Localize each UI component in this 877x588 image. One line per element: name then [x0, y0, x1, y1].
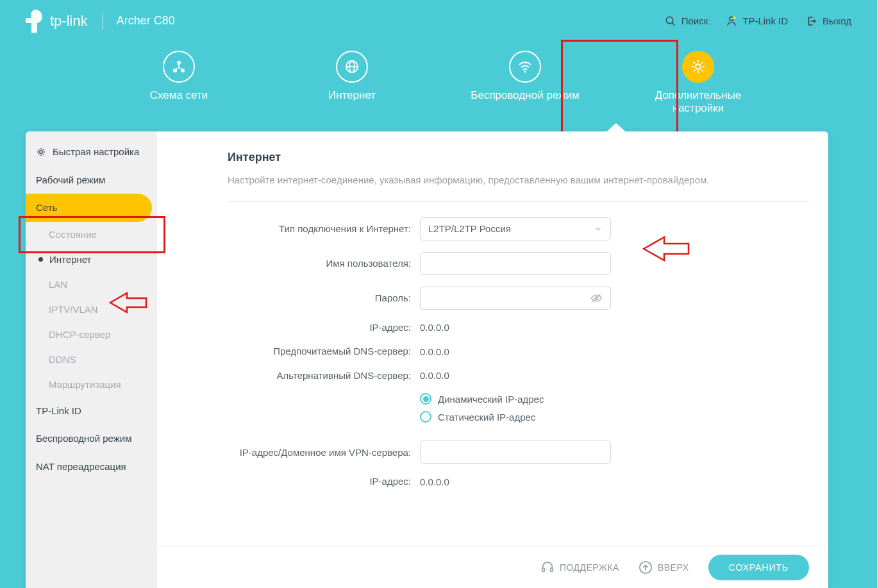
save-label: СОХРАНИТЬ: [729, 562, 789, 573]
svg-point-4: [177, 61, 181, 65]
svg-line-26: [43, 153, 44, 154]
svg-line-16: [694, 62, 695, 63]
logout-label: Выход: [823, 15, 851, 26]
label-ip2: IP-адрес:: [228, 475, 420, 488]
page-desc: Настройте интернет-соединение, указывая …: [228, 173, 753, 187]
gear-icon: [682, 51, 714, 83]
sidebar-status[interactable]: Состояние: [26, 222, 157, 247]
save-button[interactable]: СОХРАНИТЬ: [708, 555, 810, 580]
topbar-right: Поиск TP-Link ID Выход: [665, 15, 851, 27]
radio-unchecked-icon: [420, 411, 431, 423]
sidebar-network[interactable]: Сеть: [26, 194, 152, 222]
label-pref-dns: Предпочитаемый DNS-сервер:: [228, 345, 420, 358]
nav-tabs: Схема сети Интернет Беспроводной режим Д…: [0, 42, 877, 116]
page-title: Интернет: [228, 151, 809, 164]
sidebar-ddns-label: DDNS: [49, 354, 76, 365]
sidebar-iptv[interactable]: IPTV/VLAN: [26, 297, 157, 322]
radio-dynamic-ip[interactable]: Динамический IP-адрес: [420, 393, 544, 405]
tab-network-map-label: Схема сети: [150, 89, 208, 102]
svg-line-17: [701, 70, 703, 71]
content: Интернет Настройте интернет-соединение, …: [157, 131, 828, 588]
sidebar-network-label: Сеть: [36, 201, 57, 214]
search-link[interactable]: Поиск: [665, 15, 708, 27]
label-password: Пароль:: [228, 292, 420, 305]
radio-static-ip[interactable]: Статический IP-адрес: [420, 411, 544, 423]
tplink-logo-icon: [26, 10, 45, 33]
sidebar-tplink-id[interactable]: TP-Link ID: [26, 397, 157, 425]
tab-advanced-label: Дополнительные настройки: [640, 89, 756, 115]
svg-rect-31: [542, 567, 545, 571]
label-vpn-server: IP-адрес/Доменное имя VPN-сервера:: [228, 446, 420, 459]
main-card: Быстрая настройка Рабочий режим Сеть Сос…: [26, 131, 828, 588]
label-conn-type: Тип подключения к Интернет:: [228, 223, 420, 235]
sidebar-operation-mode[interactable]: Рабочий режим: [26, 166, 157, 194]
tab-wireless-label: Беспроводной режим: [471, 89, 579, 102]
sidebar-routing-label: Маршрутизация: [49, 379, 121, 390]
tab-advanced[interactable]: Дополнительные настройки: [640, 51, 756, 115]
sidebar-lan[interactable]: LAN: [26, 272, 157, 297]
sidebar-operation-mode-label: Рабочий режим: [36, 174, 105, 187]
username-field[interactable]: [428, 258, 603, 269]
label-username: Имя пользователя:: [228, 257, 420, 270]
search-label: Поиск: [681, 15, 708, 26]
brand-logo: tp-link: [26, 10, 88, 33]
connection-type-select[interactable]: L2TP/L2TP Россия: [420, 217, 611, 240]
sidebar-internet-label: Интернет: [49, 254, 91, 265]
radio-dynamic-label: Динамический IP-адрес: [438, 394, 544, 405]
chevron-down-icon: [594, 224, 603, 233]
svg-line-27: [38, 153, 39, 154]
password-field[interactable]: [428, 292, 590, 303]
tab-internet-label: Интернет: [328, 89, 376, 102]
sidebar-tplink-id-label: TP-Link ID: [36, 405, 81, 417]
sidebar-routing[interactable]: Маршрутизация: [26, 372, 157, 397]
value-pref-dns: 0.0.0.0: [420, 346, 449, 357]
scroll-top-link[interactable]: ВВЕРХ: [639, 560, 689, 575]
brand-text: tp-link: [50, 13, 88, 29]
username-input[interactable]: [420, 252, 611, 275]
sidebar-wireless[interactable]: Беспроводной режим: [26, 424, 157, 453]
vpn-server-input[interactable]: [420, 441, 611, 464]
value-ip2: 0.0.0.0: [420, 476, 449, 487]
person-icon: [726, 15, 737, 27]
svg-point-0: [666, 17, 673, 24]
headset-icon: [540, 560, 555, 575]
svg-line-19: [701, 62, 703, 63]
connection-type-value: L2TP/L2TP Россия: [428, 223, 511, 234]
logout-link[interactable]: Выход: [806, 15, 851, 27]
sidebar-nat[interactable]: NAT переадресация: [26, 453, 157, 481]
svg-line-25: [38, 149, 39, 150]
sidebar-internet[interactable]: Интернет: [26, 247, 157, 272]
tab-internet[interactable]: Интернет: [294, 51, 410, 115]
support-link[interactable]: ПОДДЕРЖКА: [540, 560, 619, 575]
radio-static-label: Статический IP-адрес: [438, 412, 535, 423]
tplink-id-link[interactable]: TP-Link ID: [726, 15, 788, 27]
sidebar-dhcp[interactable]: DHCP-сервер: [26, 322, 157, 347]
sidebar-quick-setup[interactable]: Быстрая настройка: [26, 138, 157, 166]
tab-wireless[interactable]: Беспроводной режим: [467, 51, 583, 115]
wifi-icon: [509, 51, 541, 83]
topbar-divider: [102, 12, 103, 30]
sidebar-ddns[interactable]: DDNS: [26, 347, 157, 372]
globe-icon: [336, 51, 368, 83]
svg-point-11: [696, 64, 701, 69]
search-icon: [665, 15, 676, 27]
tab-network-map[interactable]: Схема сети: [121, 51, 237, 115]
sidebar-status-label: Состояние: [49, 229, 97, 240]
svg-point-10: [524, 71, 526, 73]
sidebar-dhcp-label: DHCP-сервер: [49, 329, 110, 340]
ip-mode-group: Динамический IP-адрес Статический IP-адр…: [420, 393, 544, 429]
eye-off-icon[interactable]: [590, 292, 603, 305]
value-alt-dns: 0.0.0.0: [420, 370, 449, 381]
scroll-top-label: ВВЕРХ: [658, 562, 689, 573]
vpn-server-field[interactable]: [428, 447, 603, 458]
gear-small-icon: [36, 147, 46, 157]
logout-icon: [806, 15, 817, 27]
svg-line-28: [43, 149, 44, 150]
sidebar-lan-label: LAN: [49, 279, 67, 290]
divider-line: [228, 201, 809, 202]
label-alt-dns: Альтернативный DNS-сервер:: [228, 369, 420, 382]
model-name: Archer C80: [117, 14, 175, 28]
label-ip: IP-адрес:: [228, 321, 420, 334]
sidebar-wireless-label: Беспроводной режим: [36, 432, 131, 445]
password-input[interactable]: [420, 287, 611, 310]
